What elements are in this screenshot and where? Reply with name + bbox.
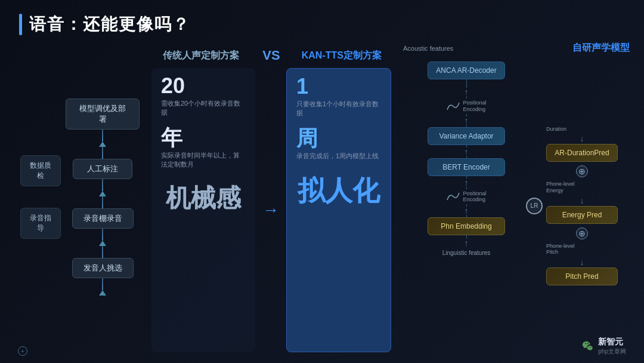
nav-corner: + bbox=[18, 346, 27, 356]
arch-arrow-4: ↑ bbox=[465, 179, 469, 187]
arch-arrow-5: ↑ bbox=[465, 207, 469, 215]
comparison-header: 传统人声定制方案 VS KAN-TTS定制方案 bbox=[151, 42, 391, 68]
comparison-arrow: → bbox=[260, 68, 281, 352]
slide: 语音：还能更像吗？ 数据质检 录音指导 模型调优及部署 人工标注 bbox=[0, 0, 644, 363]
plus-row-2: ⊕ bbox=[576, 227, 588, 239]
nav-dot-1: + bbox=[18, 346, 27, 356]
arch-block-duration: AR-DurationPred bbox=[546, 144, 618, 162]
trad-unit-2: 年 bbox=[161, 127, 246, 149]
arch-right: LR Duration ↓ AR-DurationPred ⊕ Phone-le… bbox=[534, 59, 630, 352]
arrow-1 bbox=[99, 191, 106, 196]
pipeline-center: 模型调优及部署 人工标注 录音棚录音 发音人挑选 bbox=[66, 99, 140, 296]
middle-panel: 传统人声定制方案 VS KAN-TTS定制方案 20 需收集20个小时有效录音数… bbox=[145, 42, 397, 352]
kan-big-text: 拟人化 bbox=[296, 173, 381, 210]
arrow-3 bbox=[99, 290, 106, 296]
footer: 新智元 php文章网 bbox=[581, 337, 626, 356]
right-arrow-3: ↓ bbox=[580, 258, 584, 266]
trad-sub-2: 实际录音时间半年以上，算法定制数月 bbox=[161, 151, 246, 170]
arrow-2 bbox=[99, 241, 106, 246]
arch-body: ANCA AR-Decoder ↑ P bbox=[403, 59, 630, 352]
arch-arrow-1: ↑ bbox=[465, 88, 469, 96]
kan-col: 1 只要收集1个小时有效录音数据 周 录音完成后，1周内模型上线 拟人化 bbox=[286, 68, 391, 352]
vert-line-2 bbox=[466, 96, 467, 99]
pipeline-wrapper: 数据质检 录音指导 模型调优及部署 人工标注 录音棚录音 bbox=[20, 66, 140, 328]
arch-block-bert: BERT Encoder bbox=[428, 158, 505, 176]
duration-label: Duration bbox=[546, 126, 566, 132]
kan-sub-1: 只要收集1个小时有效录音数据 bbox=[296, 100, 381, 118]
arch-arrow-6: ↑ bbox=[465, 239, 469, 247]
right-arrow-2: ↓ bbox=[580, 196, 584, 205]
comparison-body: 20 需收集20个小时有效录音数据 年 实际录音时间半年以上，算法定制数月 机械… bbox=[151, 68, 391, 352]
kan-title: KAN-TTS定制方案 bbox=[292, 50, 391, 62]
pipeline-step-1: 人工标注 bbox=[73, 159, 132, 179]
vert-line-4 bbox=[466, 125, 467, 127]
trad-sub-1: 需收集20个小时有效录音数据 bbox=[161, 99, 246, 118]
wechat-icon bbox=[581, 340, 595, 353]
arch-arrow-3: ↑ bbox=[465, 147, 469, 156]
arch-header: Acoustic features 自研声学模型 bbox=[403, 42, 630, 54]
side-steps: 数据质检 录音指导 bbox=[20, 155, 61, 239]
footer-brand-text: 新智元 bbox=[598, 337, 626, 347]
pos-enc-curve-1 bbox=[446, 101, 460, 111]
vert-line-6 bbox=[466, 156, 467, 158]
energy-label: Phone-levelEnergy bbox=[546, 181, 575, 194]
trad-col: 20 需收集20个小时有效录音数据 年 实际录音时间半年以上，算法定制数月 机械… bbox=[151, 68, 255, 352]
arch-block-anca: ANCA AR-Decoder bbox=[428, 61, 505, 79]
arch-left: ANCA AR-Decoder ↑ P bbox=[403, 59, 530, 352]
side-step-quality: 数据质检 bbox=[20, 155, 61, 186]
header: 语音：还能更像吗？ bbox=[0, 0, 644, 42]
plus-row-1: ⊕ bbox=[576, 165, 588, 177]
connector-6 bbox=[102, 278, 103, 290]
pos-enc-2-row: PositionalEncoding bbox=[446, 190, 486, 204]
kan-number-1: 1 bbox=[296, 76, 381, 97]
kan-sub-2: 录音完成后，1周内模型上线 bbox=[296, 152, 381, 161]
connector-0 bbox=[102, 130, 103, 141]
trad-title: 传统人声定制方案 bbox=[151, 50, 250, 62]
vert-line-1 bbox=[466, 79, 467, 88]
kan-unit-2: 周 bbox=[296, 128, 381, 149]
vs-label: VS bbox=[255, 48, 287, 63]
trad-number-1: 20 bbox=[161, 75, 246, 97]
pos-enc-1-row: PositionalEncoding bbox=[446, 100, 486, 113]
footer-sub-text: php文章网 bbox=[598, 347, 626, 356]
connector-2 bbox=[102, 179, 103, 191]
linguistic-label: Linguistic features bbox=[442, 250, 491, 256]
arch-block-energy: Energy Pred bbox=[546, 206, 618, 224]
right-arrow-1: ↓ bbox=[580, 134, 584, 143]
connector-4 bbox=[102, 229, 103, 241]
pos-enc-label-1: PositionalEncoding bbox=[463, 100, 486, 113]
pitch-label: Phone-levelPitch bbox=[546, 243, 575, 256]
arch-block-phn: Phn Embedding bbox=[428, 217, 505, 235]
arch-arrow-2: ↑ bbox=[465, 116, 469, 125]
connector-1 bbox=[102, 147, 103, 159]
connector-3 bbox=[102, 196, 103, 208]
acoustic-label: Acoustic features bbox=[403, 45, 453, 52]
nav-cross: + bbox=[21, 348, 24, 355]
pipeline-step-2: 录音棚录音 bbox=[72, 208, 134, 229]
pipeline-step-0: 模型调优及部署 bbox=[66, 99, 140, 130]
header-accent-bar bbox=[19, 14, 22, 35]
plus-circle-1: ⊕ bbox=[576, 165, 588, 177]
vert-line-8 bbox=[466, 187, 467, 189]
trad-big-text: 机械感 bbox=[161, 182, 246, 215]
pos-enc-curve-2 bbox=[446, 192, 460, 201]
right-panel: Acoustic features 自研声学模型 ANCA AR-Decoder… bbox=[397, 42, 630, 352]
arrow-0 bbox=[99, 141, 106, 147]
arch-block-pitch: Pitch Pred bbox=[546, 267, 618, 285]
side-step-guidance: 录音指导 bbox=[20, 208, 61, 239]
plus-circle-2: ⊕ bbox=[576, 227, 588, 239]
self-research-title: 自研声学模型 bbox=[572, 42, 630, 54]
lr-circle: LR bbox=[526, 198, 543, 214]
left-panel: 数据质检 录音指导 模型调优及部署 人工标注 录音棚录音 bbox=[14, 42, 145, 352]
main-content: 数据质检 录音指导 模型调优及部署 人工标注 录音棚录音 bbox=[0, 42, 644, 358]
connector-5 bbox=[102, 246, 103, 258]
footer-brand: 新智元 php文章网 bbox=[598, 337, 626, 356]
page-title: 语音：还能更像吗？ bbox=[29, 13, 190, 36]
pos-enc-label-2: PositionalEncoding bbox=[463, 190, 486, 204]
arch-block-variance: Variance Adaptor bbox=[428, 127, 505, 145]
pipeline-step-3: 发音人挑选 bbox=[72, 258, 134, 278]
